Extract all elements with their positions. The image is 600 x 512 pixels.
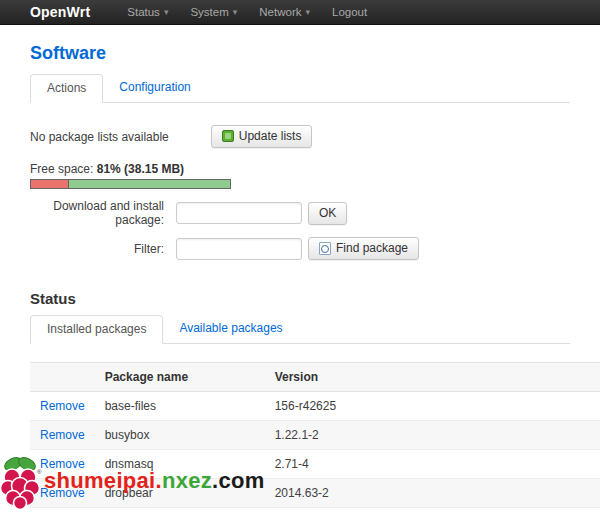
remove-link[interactable]: Remove (40, 399, 85, 413)
table-row: Remove firewall 2014-09-19 (30, 508, 600, 512)
nav-item-label: System (190, 6, 228, 18)
table-row: Remove base-files 156-r42625 (30, 392, 600, 421)
find-package-button[interactable]: Find package (308, 237, 419, 260)
status-tabs: Installed packages Available packages (30, 315, 570, 344)
status-section-title: Status (30, 290, 600, 307)
package-version-cell: 1.22.1-2 (265, 421, 600, 450)
remove-link[interactable]: Remove (40, 428, 85, 442)
find-package-label: Find package (336, 241, 408, 255)
reload-icon (222, 130, 234, 142)
free-space-line: Free space: 81% (38.15 MB) (30, 162, 600, 176)
package-version-cell: 2.71-4 (265, 450, 600, 479)
nav-item-status[interactable]: Status ▾ (116, 6, 179, 18)
installed-packages-table: Package name Version Remove base-files 1… (30, 362, 600, 512)
free-space-label: Free space: (30, 162, 93, 176)
free-space-free (69, 180, 230, 188)
nav-item-logout[interactable]: Logout (321, 6, 378, 18)
free-space-used (31, 180, 69, 188)
filter-input[interactable] (176, 238, 302, 260)
download-package-input[interactable] (176, 202, 302, 224)
chevron-down-icon: ▾ (305, 8, 310, 17)
top-navbar: OpenWrt Status ▾ System ▾ Network ▾ Logo… (0, 0, 600, 25)
free-space-value: 81% (38.15 MB) (97, 162, 184, 176)
main-tabs: Actions Configuration (30, 74, 570, 103)
package-name-cell: firewall (95, 508, 265, 512)
nav-item-system[interactable]: System ▾ (179, 6, 248, 18)
table-header-row: Package name Version (30, 363, 600, 392)
filter-label: Filter: (30, 242, 170, 256)
tab-installed-packages[interactable]: Installed packages (30, 315, 163, 344)
package-version-cell: 156-r42625 (265, 392, 600, 421)
nav-item-label: Logout (332, 6, 367, 18)
package-name-cell: dropbear (95, 479, 265, 508)
remove-link[interactable]: Remove (40, 457, 85, 471)
table-row: Remove dnsmasq 2.71-4 (30, 450, 600, 479)
package-version-cell: 2014-09-19 (265, 508, 600, 512)
header-action (30, 363, 95, 392)
ok-button[interactable]: OK (308, 202, 347, 225)
search-page-icon (319, 242, 331, 255)
nav-item-label: Status (127, 6, 160, 18)
remove-link[interactable]: Remove (40, 486, 85, 500)
free-space-progressbar (30, 179, 231, 189)
header-package-name: Package name (95, 363, 265, 392)
header-version: Version (265, 363, 600, 392)
nav-item-network[interactable]: Network ▾ (248, 6, 321, 18)
package-name-cell: dnsmasq (95, 450, 265, 479)
download-install-label: Download and install package: (30, 199, 170, 227)
page-title: Software (30, 43, 600, 64)
table-row: Remove dropbear 2014.63-2 (30, 479, 600, 508)
ok-button-label: OK (319, 206, 336, 220)
no-package-lists-text: No package lists available (30, 130, 169, 144)
update-lists-button[interactable]: Update lists (211, 125, 313, 148)
chevron-down-icon: ▾ (164, 8, 169, 17)
tab-actions[interactable]: Actions (30, 74, 103, 103)
package-name-cell: busybox (95, 421, 265, 450)
table-row: Remove busybox 1.22.1-2 (30, 421, 600, 450)
chevron-down-icon: ▾ (233, 8, 238, 17)
package-name-cell: base-files (95, 392, 265, 421)
nav-item-label: Network (259, 6, 301, 18)
package-version-cell: 2014.63-2 (265, 479, 600, 508)
tab-available-packages[interactable]: Available packages (163, 315, 298, 344)
brand-logo: OpenWrt (30, 4, 90, 20)
tab-configuration[interactable]: Configuration (103, 74, 206, 103)
update-lists-label: Update lists (239, 129, 302, 143)
